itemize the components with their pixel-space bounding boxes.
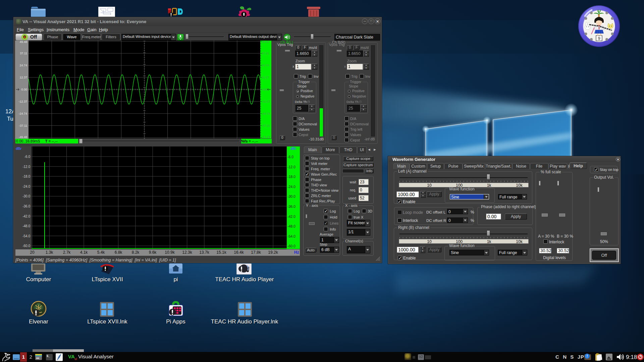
svg-text:-12.37: -12.37 xyxy=(262,100,270,103)
svg-text:24.74: 24.74 xyxy=(262,64,269,67)
svg-text:12.37: 12.37 xyxy=(19,76,27,79)
svg-text:37.11: 37.11 xyxy=(262,52,269,55)
svg-text:37.11: 37.11 xyxy=(20,52,27,55)
svg-text:-37.11: -37.11 xyxy=(19,124,27,127)
svg-text:0.00: 0.00 xyxy=(21,88,27,91)
svg-text:-24.74: -24.74 xyxy=(18,112,27,115)
svg-text:-12.37: -12.37 xyxy=(18,100,27,103)
svg-text:-49.48: -49.48 xyxy=(18,135,27,139)
svg-text:0.00: 0.00 xyxy=(262,88,268,91)
svg-text:-37.11: -37.11 xyxy=(262,124,270,127)
svg-text:-24.74: -24.74 xyxy=(262,112,270,115)
svg-text:49.48: 49.48 xyxy=(19,41,27,44)
svg-text:-49.48: -49.48 xyxy=(262,135,270,139)
svg-text:12.37: 12.37 xyxy=(262,76,269,79)
svg-text:49.48: 49.48 xyxy=(262,41,269,44)
svg-text:9: 9 xyxy=(598,36,600,41)
svg-text:24.74: 24.74 xyxy=(19,64,27,67)
